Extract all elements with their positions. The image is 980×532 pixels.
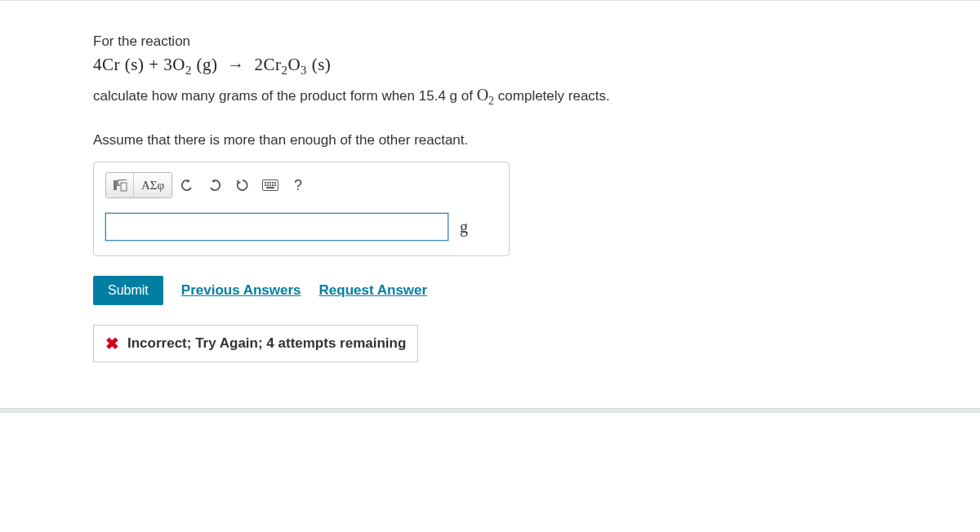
toolbar-format-group: □ ΑΣφ	[105, 172, 172, 198]
calc-prefix: calculate how many grams of the product …	[93, 88, 477, 104]
reset-button[interactable]	[229, 173, 256, 197]
svg-rect-5	[267, 182, 269, 184]
feedback-box: ✖ Incorrect; Try Again; 4 attempts remai…	[93, 325, 418, 362]
eq-lhs1-coef: 4	[93, 55, 102, 74]
question-assume: Assume that there is more than enough of…	[93, 132, 828, 149]
eq-lhs1-state: (s)	[125, 55, 145, 74]
eq-lhs2-state: (g)	[197, 55, 218, 74]
svg-rect-7	[272, 182, 274, 184]
svg-rect-4	[265, 182, 266, 184]
calc-suffix: completely reacts.	[494, 88, 610, 104]
equation-toolbar: □ ΑΣφ	[105, 172, 497, 198]
svg-rect-13	[274, 184, 276, 186]
eq-rhs-state: (s)	[312, 55, 332, 74]
bottom-bar	[0, 408, 980, 413]
svg-rect-14	[266, 187, 274, 188]
eq-lhs1-el: Cr	[102, 55, 120, 74]
svg-rect-8	[274, 182, 276, 184]
request-answer-link[interactable]: Request Answer	[319, 282, 428, 299]
chemical-equation: 4Cr (s) + 3O2 (g) → 2Cr2O3 (s)	[93, 55, 828, 78]
templates-button[interactable]: □	[106, 173, 134, 197]
svg-rect-6	[270, 182, 271, 184]
help-button[interactable]: ?	[285, 173, 311, 197]
svg-rect-9	[265, 184, 266, 186]
undo-button[interactable]	[174, 173, 200, 197]
eq-rhs-el2: O	[287, 55, 301, 74]
keyboard-button[interactable]	[257, 173, 283, 197]
eq-rhs-el1: Cr	[264, 55, 282, 74]
greek-symbols-button[interactable]: ΑΣφ	[134, 173, 172, 197]
eq-lhs2-coef: 3	[163, 55, 172, 74]
eq-plus: +	[149, 55, 158, 74]
incorrect-icon: ✖	[105, 334, 119, 353]
eq-lhs2-sub: 2	[185, 64, 192, 77]
calc-chem-el: O	[477, 86, 488, 104]
svg-rect-12	[272, 184, 274, 186]
question-intro: For the reaction	[93, 33, 828, 50]
answer-panel: □ ΑΣφ	[93, 162, 510, 256]
eq-rhs-coef: 2	[255, 55, 264, 74]
redo-button[interactable]	[202, 173, 228, 197]
answer-unit: g	[460, 218, 468, 237]
previous-answers-link[interactable]: Previous Answers	[181, 282, 301, 299]
svg-rect-11	[270, 184, 271, 186]
eq-rhs-sub2: 3	[301, 64, 307, 77]
eq-arrow: →	[222, 55, 250, 74]
svg-rect-10	[267, 184, 269, 186]
question-calc-line: calculate how many grams of the product …	[93, 86, 828, 108]
svg-rect-0	[114, 180, 117, 190]
eq-lhs2-el: O	[172, 55, 185, 74]
answer-input[interactable]	[105, 213, 448, 241]
submit-button[interactable]: Submit	[93, 276, 163, 305]
feedback-text: Incorrect; Try Again; 4 attempts remaini…	[127, 335, 406, 352]
